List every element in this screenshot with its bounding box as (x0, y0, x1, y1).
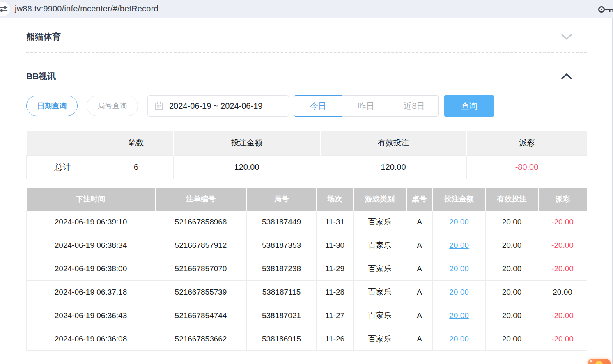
bet-amount-link[interactable]: 20.00 (449, 334, 469, 343)
date-range-value: 2024-06-19 ~ 2024-06-19 (169, 101, 262, 111)
chevron-up-icon[interactable] (560, 73, 573, 80)
summary-column-header: 派彩 (467, 131, 587, 155)
cell-game-type: 百家乐 (354, 211, 406, 234)
today-button[interactable]: 今日 (294, 95, 342, 117)
summary-count: 6 (99, 155, 174, 179)
bet-amount-link[interactable]: 20.00 (449, 311, 469, 320)
widget-coin-icon (595, 361, 603, 364)
cell-session: 11-28 (317, 281, 354, 304)
cell-session: 11-30 (317, 234, 354, 257)
search-button[interactable]: 查询 (444, 95, 494, 117)
summary-payout: -80.00 (467, 155, 587, 179)
cell-table-no: A (406, 281, 433, 304)
table-row: 2024-06-19 06:39:10521667858968538187449… (27, 211, 587, 234)
cell-session: 11-26 (317, 327, 354, 351)
cell-bet-time: 2024-06-19 06:36:43 (27, 304, 155, 327)
table-row: 2024-06-19 06:36:43521667854744538187021… (27, 304, 587, 327)
summary-total-label: 总计 (27, 155, 99, 179)
window-right-edge (612, 18, 613, 364)
widget-dot (590, 360, 592, 362)
cell-bet-amount: 20.00 (433, 304, 486, 327)
cell-bet-time: 2024-06-19 06:37:18 (27, 281, 155, 304)
bet-column-header: 投注金额 (433, 188, 486, 211)
cell-order-no: 521667855739 (155, 281, 247, 304)
section-header-bb-video[interactable]: BB视讯 (26, 71, 587, 81)
cell-order-no: 521667857912 (155, 234, 247, 257)
cell-table-no: A (406, 234, 433, 257)
table-row: 2024-06-19 06:38:00521667857070538187238… (27, 257, 587, 281)
date-range-input[interactable]: 2024-06-19 ~ 2024-06-19 (147, 95, 289, 117)
cell-bet-amount: 20.00 (433, 281, 486, 304)
cell-session: 11-27 (317, 304, 354, 327)
summary-column-header: 笔数 (99, 131, 174, 155)
bet-table-body: 2024-06-19 06:39:10521667858968538187449… (27, 211, 587, 351)
yesterday-button[interactable]: 昨日 (342, 95, 390, 117)
summary-table: 笔数投注金额有效投注派彩 总计 6 120.00 120.00 -80.00 (26, 131, 587, 179)
cell-round-no: 538187238 (247, 257, 317, 281)
cell-bet-amount: 20.00 (433, 211, 486, 234)
summary-column-header: 有效投注 (320, 131, 467, 155)
section-divider (26, 52, 587, 53)
cell-payout: -20.00 (538, 211, 587, 234)
bet-column-header: 有效投注 (486, 188, 538, 211)
summary-valid-bet: 120.00 (320, 155, 467, 179)
cell-valid-bet: 20.00 (486, 304, 538, 327)
cell-game-type: 百家乐 (354, 281, 406, 304)
cell-bet-amount: 20.00 (433, 327, 486, 351)
bet-table-header-row: 下注时间注单编号局号场次游戏类别桌号投注金额有效投注派彩 (27, 188, 587, 211)
filter-toolbar: 日期查询 局号查询 2024-06-19 ~ 2024-06-19 今日 昨日 (26, 95, 587, 117)
table-row: 2024-06-19 06:36:08521667853662538186915… (27, 327, 587, 351)
summary-total-row: 总计 6 120.00 120.00 -80.00 (27, 155, 587, 179)
section-header-panda-sports[interactable]: 熊猫体育 (26, 32, 587, 42)
key-icon[interactable] (597, 5, 613, 14)
cell-bet-amount: 20.00 (433, 257, 486, 281)
cell-game-type: 百家乐 (354, 257, 406, 281)
cell-round-no: 538187021 (247, 304, 317, 327)
bet-column-header: 游戏类别 (354, 188, 406, 211)
bet-column-header: 下注时间 (27, 188, 155, 211)
cell-order-no: 521667854744 (155, 304, 247, 327)
table-row: 2024-06-19 06:38:34521667857912538187353… (27, 234, 587, 257)
bet-amount-link[interactable]: 20.00 (449, 241, 469, 250)
cell-round-no: 538186915 (247, 327, 317, 351)
browser-url-bar: jw88.tv:9900/infe/mcenter/#/betRecord (0, 0, 613, 18)
cell-game-type: 百家乐 (354, 234, 406, 257)
round-query-button[interactable]: 局号查询 (87, 96, 138, 116)
summary-bet-amount: 120.00 (174, 155, 320, 179)
chevron-down-icon[interactable] (560, 33, 573, 41)
cell-game-type: 百家乐 (354, 327, 406, 351)
bet-amount-link[interactable]: 20.00 (449, 264, 469, 273)
cell-payout: -20.00 (538, 257, 587, 281)
floating-service-widget[interactable] (588, 359, 611, 364)
bet-column-header: 派彩 (538, 188, 587, 211)
cell-payout: -20.00 (538, 304, 587, 327)
bet-amount-link[interactable]: 20.00 (449, 217, 469, 226)
site-settings-icon[interactable] (0, 2, 10, 16)
cell-bet-time: 2024-06-19 06:39:10 (27, 211, 155, 234)
last-8-days-button[interactable]: 近8日 (390, 95, 439, 117)
cell-table-no: A (406, 257, 433, 281)
cell-game-type: 百家乐 (354, 304, 406, 327)
cell-order-no: 521667857070 (155, 257, 247, 281)
bet-column-header: 注单编号 (155, 188, 247, 211)
quick-range-group: 今日 昨日 近8日 (294, 95, 439, 117)
cell-round-no: 538187353 (247, 234, 317, 257)
cell-payout: -20.00 (538, 327, 587, 351)
url-text[interactable]: jw88.tv:9900/infe/mcenter/#/betRecord (15, 4, 158, 14)
section-title-bb-video: BB视讯 (26, 71, 56, 82)
calendar-icon (154, 101, 163, 110)
cell-bet-time: 2024-06-19 06:36:08 (27, 327, 155, 351)
cell-payout: 20.00 (538, 281, 587, 304)
cell-session: 11-31 (317, 211, 354, 234)
cell-order-no: 521667853662 (155, 327, 247, 351)
date-query-button[interactable]: 日期查询 (26, 96, 78, 116)
cell-session: 11-29 (317, 257, 354, 281)
cell-bet-time: 2024-06-19 06:38:34 (27, 234, 155, 257)
summary-column-header (27, 131, 99, 155)
bet-amount-link[interactable]: 20.00 (449, 288, 469, 296)
bet-column-header: 局号 (247, 188, 317, 211)
cell-valid-bet: 20.00 (486, 281, 538, 304)
cell-valid-bet: 20.00 (486, 257, 538, 281)
cell-payout: -20.00 (538, 234, 587, 257)
cell-bet-amount: 20.00 (433, 234, 486, 257)
